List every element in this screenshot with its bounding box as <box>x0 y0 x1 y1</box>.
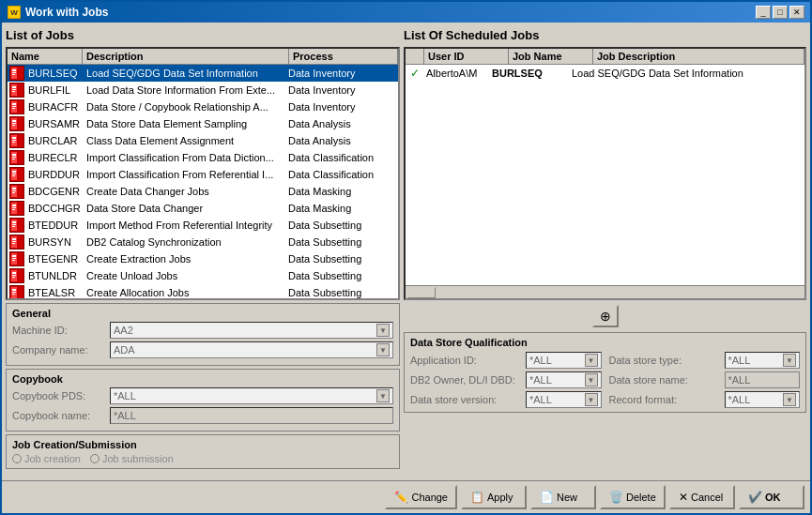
radio-job-submission[interactable]: Job submission <box>90 453 174 464</box>
company-name-arrow[interactable]: ▼ <box>376 343 390 356</box>
job-list-row[interactable]: BURCLAR Class Data Element Assignment Da… <box>8 132 398 149</box>
db2-owner-select[interactable]: *ALL ▼ <box>526 371 602 388</box>
job-desc: Data Store Data Changer <box>84 202 286 215</box>
svg-rect-43 <box>12 207 16 208</box>
scol-jobdesc: Job Description <box>593 49 804 64</box>
minimize-button[interactable]: _ <box>756 6 771 19</box>
job-desc: Import Classification From Data Diction.… <box>84 151 286 164</box>
job-list-row[interactable]: BDCCHGR Data Store Data Changer Data Mas… <box>8 200 398 217</box>
horizontal-scrollbar[interactable] <box>406 285 804 298</box>
db2-owner-arrow[interactable]: ▼ <box>585 373 598 386</box>
job-list-row[interactable]: BTEDDUR Import Method From Referential I… <box>8 217 398 234</box>
job-icon <box>9 167 24 182</box>
data-store-type-label: Data store type: <box>609 355 722 366</box>
maximize-button[interactable]: □ <box>773 6 788 19</box>
svg-rect-9 <box>12 91 15 92</box>
general-section: General Machine ID: AA2 ▼ Company name: … <box>6 303 400 366</box>
delete-button[interactable]: 🗑️ Delete <box>600 485 666 509</box>
machine-id-arrow[interactable]: ▼ <box>376 324 390 337</box>
job-desc: Load SEQ/GDG Data Set Information <box>84 67 286 80</box>
svg-rect-13 <box>12 106 16 107</box>
job-list-row[interactable]: BURDDUR Import Classification From Refer… <box>8 166 398 183</box>
new-button[interactable]: 📄 New <box>530 485 596 509</box>
data-store-version-arrow[interactable]: ▼ <box>585 393 598 406</box>
svg-rect-56 <box>17 253 23 265</box>
job-process: Data Analysis <box>286 117 398 130</box>
copybook-name-label: Copybook name: <box>12 410 106 421</box>
svg-rect-66 <box>17 287 23 298</box>
change-button[interactable]: ✏️ Change <box>385 485 457 509</box>
application-id-arrow[interactable]: ▼ <box>585 354 598 367</box>
svg-rect-16 <box>17 118 23 129</box>
data-store-name-label: Data store name: <box>609 374 722 386</box>
radio-job-creation[interactable]: Job creation <box>12 453 81 464</box>
left-panel: List of Jobs Name Description Process BU… <box>6 26 400 477</box>
scrollbar-thumb[interactable] <box>407 287 436 298</box>
job-icon <box>9 116 24 131</box>
apply-button[interactable]: 📋 Apply <box>461 485 527 509</box>
job-name: BTEGENR <box>26 252 84 265</box>
job-list-row[interactable]: BURLFIL Load Data Store Information From… <box>8 82 398 98</box>
ok-icon: ✔️ <box>748 491 762 504</box>
data-store-type-arrow[interactable]: ▼ <box>783 354 796 367</box>
job-icon <box>9 251 24 266</box>
job-list-row[interactable]: BTEALSR Create Allocation Jobs Data Subs… <box>8 284 398 300</box>
copybook-pds-arrow[interactable]: ▼ <box>376 389 390 402</box>
copybook-section: Copybook Copybook PDS: *ALL ▼ Copybook n… <box>6 369 400 432</box>
job-process: Data Inventory <box>286 67 398 80</box>
close-button[interactable]: ✕ <box>789 6 804 19</box>
job-desc: Create Extraction Jobs <box>84 252 286 265</box>
job-list[interactable]: Name Description Process BURLSEQ Load SE… <box>6 47 400 300</box>
job-list-row[interactable]: BTEGENR Create Extraction Jobs Data Subs… <box>8 250 398 267</box>
job-desc: Data Store Data Element Sampling <box>84 117 286 130</box>
cancel-button[interactable]: ✕ Cancel <box>669 485 735 509</box>
data-store-version-row: Data store version: *ALL ▼ <box>410 391 602 408</box>
new-icon: 📄 <box>540 491 554 504</box>
scol-userid: User ID <box>424 49 509 64</box>
apply-icon: 📋 <box>470 491 484 504</box>
copybook-pds-row: Copybook PDS: *ALL ▼ <box>12 387 393 404</box>
job-list-row[interactable]: BDCGENR Create Data Changer Jobs Data Ma… <box>8 183 398 200</box>
job-process: Data Masking <box>286 185 398 198</box>
job-desc: Data Store / Copybook Relationship A... <box>84 100 286 114</box>
job-list-row[interactable]: BURACFR Data Store / Copybook Relationsh… <box>8 98 398 115</box>
job-icon <box>9 99 24 114</box>
record-format-arrow[interactable]: ▼ <box>783 393 796 406</box>
ok-button[interactable]: ✔️ OK <box>739 485 804 509</box>
svg-rect-27 <box>12 154 16 156</box>
application-id-label: Application ID: <box>410 355 523 366</box>
job-list-row[interactable]: BURSAMR Data Store Data Element Sampling… <box>8 115 398 132</box>
data-store-type-select[interactable]: *ALL ▼ <box>725 352 801 369</box>
nav-arrows: ⊕ <box>404 303 806 329</box>
radio-row: Job creation Job submission <box>12 453 393 464</box>
copybook-name-row: Copybook name: <box>12 407 393 424</box>
svg-rect-34 <box>12 175 15 176</box>
job-list-row[interactable]: BTUNLDR Create Unload Jobs Data Subsetti… <box>8 267 398 284</box>
machine-id-select[interactable]: AA2 ▼ <box>110 322 393 339</box>
job-name: BURLFIL <box>26 83 84 97</box>
nav-button[interactable]: ⊕ <box>592 305 619 327</box>
job-list-row[interactable]: BURSYN DB2 Catalog Synchronization Data … <box>8 234 398 250</box>
svg-rect-41 <box>17 203 23 214</box>
machine-id-row: Machine ID: AA2 ▼ <box>12 322 393 339</box>
scheduled-jobname: BURLSEQ <box>490 67 570 80</box>
job-desc: Class Data Element Assignment <box>84 134 286 147</box>
company-name-label: Company name: <box>12 344 106 356</box>
scheduled-row[interactable]: ✓ AlbertoA\M BURLSEQ Load SEQ/GDG Data S… <box>406 65 804 82</box>
company-name-select[interactable]: ADA ▼ <box>110 341 393 358</box>
copybook-name-input[interactable] <box>110 407 393 424</box>
machine-id-label: Machine ID: <box>12 325 106 336</box>
data-store-version-select[interactable]: *ALL ▼ <box>526 391 602 408</box>
copybook-pds-select[interactable]: *ALL ▼ <box>110 387 393 404</box>
job-icon <box>9 268 24 283</box>
record-format-select[interactable]: *ALL ▼ <box>725 391 801 408</box>
job-icon <box>9 150 24 165</box>
job-list-row[interactable]: BURECLR Import Classification From Data … <box>8 149 398 166</box>
job-name: BDCGENR <box>26 185 84 198</box>
check-mark: ✓ <box>406 67 424 80</box>
job-list-header: Name Description Process <box>8 49 398 65</box>
data-store-name-input[interactable]: *ALL <box>725 371 801 388</box>
job-process: Data Masking <box>286 202 398 215</box>
application-id-select[interactable]: *ALL ▼ <box>526 352 602 369</box>
job-list-row[interactable]: BURLSEQ Load SEQ/GDG Data Set Informatio… <box>8 65 398 82</box>
